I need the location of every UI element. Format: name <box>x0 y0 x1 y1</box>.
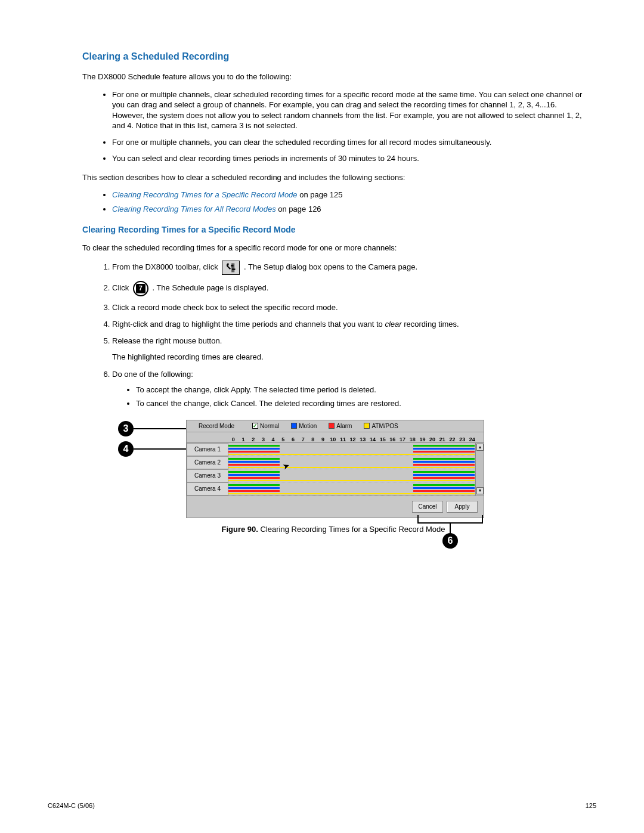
transition-text: This section describes how to clear a sc… <box>82 172 584 183</box>
hour-tick: 13 <box>358 436 368 442</box>
page-ref: on page 125 <box>298 190 343 199</box>
timeline-column[interactable]: ➤ ▴ ▾ <box>228 443 484 496</box>
svg-rect-0 <box>232 264 233 272</box>
page-number: 125 <box>586 802 596 809</box>
step-item: From the DX8000 toolbar, click . The Set… <box>112 261 584 275</box>
hour-tick: 10 <box>328 436 338 442</box>
atmpos-bar <box>228 454 475 455</box>
camera-row[interactable] <box>228 443 475 456</box>
setup-toolbar-icon[interactable] <box>222 261 240 275</box>
subsection-heading: Clearing Recording Times for a Specific … <box>82 225 584 234</box>
button-row: Cancel Apply <box>187 496 484 518</box>
hour-tick: 16 <box>388 436 398 442</box>
sub-item: To cancel the change, click Cancel. The … <box>136 398 584 409</box>
camera-label[interactable]: Camera 4 <box>187 482 228 496</box>
section-heading: Clearing a Scheduled Recording <box>82 51 584 62</box>
checkbox-icon[interactable] <box>252 423 258 429</box>
procedure-steps: From the DX8000 toolbar, click . The Set… <box>82 261 584 409</box>
section-intro: The DX8000 Schedule feature allows you t… <box>82 72 584 82</box>
step-text: Right-click and drag to highlight the ti… <box>112 320 385 329</box>
schedule-panel: Record Mode Normal Motion Alarm ATM/POS … <box>186 420 484 518</box>
hour-tick: 8 <box>308 436 318 442</box>
step-text: recording times. <box>402 320 459 329</box>
hour-tick: 22 <box>447 436 457 442</box>
cleared-region <box>280 482 413 493</box>
hour-tick: 12 <box>348 436 358 442</box>
hour-tick: 2 <box>248 436 258 442</box>
calendar-icon: 7 <box>136 284 145 293</box>
schedule-nav-icon[interactable]: 7 <box>133 281 148 296</box>
mode-label: Normal <box>260 423 279 429</box>
vertical-scrollbar[interactable]: ▴ ▾ <box>475 443 484 496</box>
hour-tick: 6 <box>288 436 298 442</box>
bullet-item: For one or multiple channels, you can cl… <box>112 137 584 148</box>
step-item: Right-click and drag to highlight the ti… <box>112 319 584 330</box>
mode-atmpos[interactable]: ATM/POS <box>364 423 398 429</box>
callout-6: 6 <box>442 533 458 549</box>
page-ref: on page 126 <box>276 205 321 213</box>
hour-tick: 1 <box>239 436 249 442</box>
cleared-region <box>280 443 413 453</box>
mode-normal[interactable]: Normal <box>252 423 279 429</box>
atmpos-bar <box>228 493 475 494</box>
wrench-sliders-icon <box>225 262 236 273</box>
xref-link[interactable]: Clearing Recording Times for All Record … <box>112 205 276 213</box>
camera-label-column: Camera 1 Camera 2 Camera 3 Camera 4 <box>187 443 228 496</box>
record-mode-label: Record Mode <box>193 423 240 429</box>
svg-rect-1 <box>234 264 235 272</box>
svg-rect-2 <box>231 265 234 267</box>
figure-caption: Figure 90. Clearing Recording Times for … <box>82 524 584 535</box>
bullet-item: For one or multiple channels, clear sche… <box>112 89 584 131</box>
step-item: Click 7 . The Schedule page is displayed… <box>112 281 584 296</box>
hour-tick: 19 <box>417 436 428 442</box>
scroll-down-icon[interactable]: ▾ <box>476 487 484 494</box>
step-text: Release the right mouse button. <box>112 336 222 345</box>
step-text: . The Schedule page is displayed. <box>152 283 268 292</box>
feature-bullets: For one or multiple channels, clear sche… <box>82 89 584 164</box>
link-item: Clearing Recording Times for All Record … <box>112 204 584 215</box>
cancel-button[interactable]: Cancel <box>412 501 443 513</box>
camera-label[interactable]: Camera 1 <box>187 443 228 456</box>
callout-3: 3 <box>118 421 134 436</box>
sub-item: To accept the change, click Apply. The s… <box>136 385 584 395</box>
xref-link[interactable]: Clearing Recording Times for a Specific … <box>112 190 298 199</box>
doc-id: C624M-C (5/06) <box>48 802 95 809</box>
hour-tick: 4 <box>268 436 278 442</box>
hour-tick: 20 <box>428 436 438 442</box>
mode-motion[interactable]: Motion <box>291 423 317 429</box>
hour-tick: 14 <box>368 436 378 442</box>
camera-row[interactable] <box>228 469 475 482</box>
camera-row[interactable] <box>228 482 475 496</box>
hour-tick: 17 <box>398 436 408 442</box>
schedule-grid[interactable]: Camera 1 Camera 2 Camera 3 Camera 4 <box>187 443 484 496</box>
hour-tick: 24 <box>467 436 478 442</box>
hour-tick: 7 <box>298 436 308 442</box>
cleared-region <box>280 456 413 466</box>
hour-tick: 11 <box>338 436 348 442</box>
hour-tick: 5 <box>278 436 288 442</box>
hour-ruler: 0 1 2 3 4 5 6 7 8 9 10 11 12 13 14 15 16… <box>187 432 484 443</box>
step-text: . The Setup dialog box opens to the Came… <box>244 262 417 271</box>
step-note: The highlighted recording times are clea… <box>112 352 584 363</box>
atmpos-bar <box>228 480 475 481</box>
figure-90: 3 4 Record Mode Normal Motion Alarm ATM/… <box>118 420 584 518</box>
camera-label[interactable]: Camera 3 <box>187 469 228 482</box>
hour-tick: 3 <box>258 436 268 442</box>
swatch-icon <box>364 423 370 429</box>
camera-row[interactable]: ➤ <box>228 456 475 469</box>
apply-button[interactable]: Apply <box>447 501 478 513</box>
camera-label[interactable]: Camera 2 <box>187 456 228 469</box>
record-mode-header: Record Mode Normal Motion Alarm ATM/POS <box>187 420 484 432</box>
step-emphasis: clear <box>385 320 401 329</box>
bullet-item: You can select and clear recording times… <box>112 153 584 164</box>
hour-tick: 23 <box>457 436 467 442</box>
hour-tick: 21 <box>437 436 447 442</box>
mode-alarm[interactable]: Alarm <box>329 423 352 429</box>
swatch-icon <box>329 423 335 429</box>
scroll-up-icon[interactable]: ▴ <box>476 444 484 451</box>
hour-tick: 18 <box>407 436 417 442</box>
mode-label: Motion <box>299 423 317 429</box>
svg-rect-3 <box>233 269 236 270</box>
section-links: Clearing Recording Times for a Specific … <box>82 190 584 214</box>
mode-label: ATM/POS <box>371 423 398 429</box>
